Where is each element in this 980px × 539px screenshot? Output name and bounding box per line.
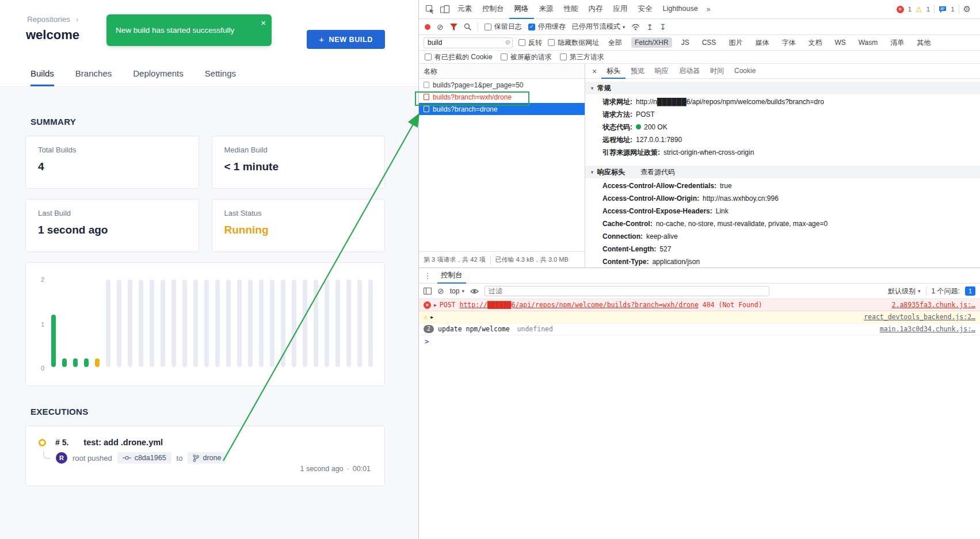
devtools-tab-lighthouse[interactable]: Lighthouse [658,0,703,19]
separator [959,5,959,14]
detail-tab-initiator[interactable]: 启动器 [674,64,705,79]
request-row-selected[interactable]: builds?branch=drone [419,103,585,115]
import-har-icon[interactable]: ↥ [646,23,653,31]
general-title: 常规 [597,83,611,93]
name-column-header[interactable]: 名称 [419,64,585,79]
device-toolbar-icon[interactable] [437,2,452,17]
filter-clear-icon[interactable]: ⊘ [505,39,510,46]
detail-tab-preview[interactable]: 预览 [626,64,650,79]
detail-tab-response[interactable]: 响应 [650,64,674,79]
filter-icon[interactable] [450,24,457,30]
inspect-element-icon[interactable] [422,2,437,17]
console-drawer: ⋮ 控制台 ⊘ top ▾ 默认级别 ▾ [419,267,980,539]
issues-bubble-icon[interactable] [939,6,947,13]
request-row-failed[interactable]: builds?branch=wxh/drone [419,91,585,103]
commit-badge[interactable]: c8da1965 [117,452,171,464]
error-badge-icon[interactable]: × [897,6,904,13]
toast-close-button[interactable]: × [261,18,266,28]
execution-item[interactable]: # 5. test: add .drone.yml R root pushed … [25,426,385,486]
filter-type-css[interactable]: CSS [699,37,720,48]
log-level-dropdown[interactable]: 默认级别 ▾ [888,286,921,296]
error-url[interactable]: http://██████6/api/repos/npm/welcome/bui… [459,301,698,309]
filter-type-js[interactable]: JS [678,37,693,48]
tab-builds[interactable]: Builds [30,63,54,86]
header-key: 引荐来源网址政策: [603,148,660,156]
card-last-build: Last Build 1 second ago [25,199,199,252]
export-har-icon[interactable]: ↧ [659,23,666,31]
hide-data-urls-checkbox[interactable]: 隐藏数据网址 [548,38,599,48]
settings-gear-icon[interactable]: ⚙ [963,4,971,14]
close-detail-icon[interactable]: × [588,67,601,76]
new-build-button[interactable]: + NEW BUILD [307,30,385,49]
breadcrumb-repositories[interactable]: Repositories › [27,15,78,24]
general-section-header[interactable]: ▾ 常规 [585,82,980,94]
disclosure-triangle-icon[interactable]: ▶ [434,303,437,308]
detail-tab-headers[interactable]: 标头 [601,64,626,79]
filter-type-font[interactable]: 字体 [778,37,799,49]
console-tab[interactable]: 控制台 [437,268,466,284]
filter-type-img[interactable]: 图片 [725,37,746,49]
devtools-tab-performance[interactable]: 性能 [559,0,584,19]
builds-page: SUMMARY Total Builds 4 Median Build < 1 … [0,87,418,539]
view-source-link[interactable]: 查看源代码 [640,167,675,177]
filter-type-other[interactable]: 其他 [913,37,934,49]
record-icon[interactable] [425,24,430,30]
throttling-dropdown[interactable]: 已停用节流模式 ▾ [572,22,626,32]
devtools-tab-application[interactable]: 应用 [608,0,633,19]
log-source-link[interactable]: main.1a3c0d34.chunk.js:… [872,325,975,333]
checkbox-unchecked [518,39,525,46]
header-value: http://nas.wxhboy.cn:996 [703,194,779,202]
tab-settings[interactable]: Settings [205,63,236,86]
devtools-tab-sources[interactable]: 来源 [534,0,559,19]
filter-type-fetch-xhr[interactable]: Fetch/XHR [631,37,672,48]
header-row: Access-Control-Allow-Credentials:true [585,179,980,192]
request-row[interactable]: builds?page=1&per_page=50 [419,79,585,91]
live-expression-eye-icon[interactable] [470,288,479,295]
filter-type-doc[interactable]: 文档 [804,37,825,49]
error-source-link[interactable]: 2.a8935fa3.chunk.js:… [884,301,975,309]
disclosure-triangle-icon[interactable]: ▶ [430,315,433,320]
filter-type-wasm[interactable]: Wasm [855,37,882,48]
third-party-checkbox[interactable]: 第三方请求 [560,52,604,62]
filter-type-all[interactable]: 全部 [605,37,626,49]
devtools-tab-elements[interactable]: 元素 [452,0,477,19]
disable-cache-checkbox[interactable]: ✓ 停用缓存 [528,22,566,32]
blocked-cookies-checkbox[interactable]: 有已拦截的 Cookie [425,52,493,62]
tab-deployments[interactable]: Deployments [133,63,184,86]
warning-source-link[interactable]: react_devtools_backend.js:2… [856,313,975,321]
filter-type-ws[interactable]: WS [831,37,849,48]
filter-type-media[interactable]: 媒体 [752,37,772,49]
devtools-tab-memory[interactable]: 内存 [584,0,608,19]
console-prompt[interactable]: > [419,335,980,348]
invert-checkbox[interactable]: 反转 [518,38,542,48]
clear-console-icon[interactable]: ⊘ [437,287,444,295]
kebab-menu-icon[interactable]: ⋮ [422,272,433,280]
response-headers-section-header[interactable]: ▾ 响应标头 查看源代码 [585,166,980,178]
network-conditions-icon[interactable] [631,24,640,30]
search-icon[interactable] [464,23,471,30]
preserve-log-checkbox[interactable]: 保留日志 [485,22,522,32]
tab-branches[interactable]: Branches [75,63,112,86]
devtools-tab-network[interactable]: 网络 [509,0,534,19]
network-filter-input[interactable] [424,37,513,48]
console-filter-input[interactable] [485,286,769,296]
clear-icon[interactable]: ⊘ [437,23,444,31]
warning-badge-icon[interactable]: ⚠ [916,5,922,14]
plus-icon: + [319,35,324,44]
more-tabs-icon[interactable]: » [703,5,714,13]
chart-bar [204,280,209,367]
filter-type-manifest[interactable]: 清单 [887,37,907,49]
blocked-requests-checkbox[interactable]: 被屏蔽的请求 [501,52,552,62]
branch-icon [193,454,199,462]
header-value: http://n██████6/api/repos/npm/welcome/bu… [636,98,824,106]
devtools-panel: 元素 控制台 网络 来源 性能 内存 应用 安全 Lighthouse » × … [418,0,980,539]
console-sidebar-icon[interactable] [424,288,432,295]
branch-badge[interactable]: drone [188,452,226,464]
detail-tab-cookies[interactable]: Cookie [729,64,761,79]
devtools-tab-security[interactable]: 安全 [633,0,658,19]
devtools-tab-console[interactable]: 控制台 [477,0,509,19]
context-selector-dropdown[interactable]: top ▾ [450,287,464,295]
issues-count-chip[interactable]: 1 [965,286,975,296]
detail-tab-timing[interactable]: 时间 [705,64,729,79]
summary-cards: Total Builds 4 Median Build < 1 minute L… [25,136,385,252]
